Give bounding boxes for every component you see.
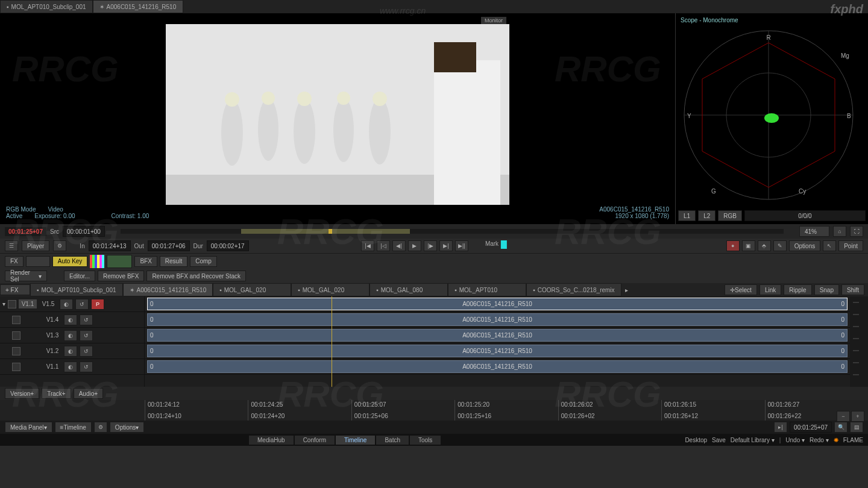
autokey-button[interactable]: Auto Key [52,256,88,267]
track[interactable]: 0A006C015_141216_R5100 [145,312,850,328]
track-header[interactable]: V1.4 ◐↺ [0,312,144,328]
playhead[interactable] [332,296,332,387]
fx-spacer[interactable] [26,256,50,267]
zoom-out-icon[interactable]: − [837,411,850,422]
home-icon[interactable]: ⌂ [833,226,846,237]
gear-icon[interactable]: ⚙ [53,240,66,251]
search-icon[interactable]: 🔍 [834,422,848,433]
dur-timecode[interactable]: 00:00:02+17 [207,240,249,251]
track[interactable]: 0A006C015_141216_R5100 [145,343,850,359]
track-checkbox[interactable] [12,331,20,340]
clip[interactable]: 0A006C015_141216_R5100 [147,345,848,357]
goto-end-icon[interactable]: ▶|| [455,240,468,251]
monitor-badge[interactable]: Monitor [481,17,506,24]
scope-l2-button[interactable]: L2 [698,210,715,221]
footer-timecode[interactable]: 00:01:25+07 [790,422,832,433]
track-header[interactable]: V1.2 ◐↺ [0,343,144,359]
desktop-label[interactable]: Desktop [685,437,707,443]
clip[interactable]: 0A006C015_141216_R5100 [147,360,848,373]
comp-button[interactable]: Comp [190,256,217,267]
timeline-tab[interactable]: ▪MOL_GAL_080 [370,283,448,296]
dropdown-icon[interactable]: ☰ [5,240,18,251]
gear-icon[interactable]: ⚙ [94,422,107,433]
ripple-button[interactable]: Ripple [784,284,811,295]
out-timecode[interactable]: 00:01:27+06 [148,240,190,251]
track-version[interactable]: V1.5 [39,299,57,308]
color-swatch[interactable] [90,255,104,268]
timeline-tab[interactable]: ▪MOL_APT010 [448,283,526,296]
mode-conform[interactable]: Conform [294,435,335,445]
point-icon[interactable]: ↖ [823,240,836,251]
zoom-dropdown[interactable]: 41% [799,226,829,237]
scope-rgb-button[interactable]: RGB [718,210,742,221]
source-tab-active[interactable]: ✶A006C015_141216_R510 [93,0,183,13]
track-p-icon[interactable]: P [91,299,104,310]
mark-indicator[interactable] [501,240,507,249]
step-fwd-icon[interactable]: |▶ [424,240,437,251]
track-checkbox[interactable] [8,300,16,308]
tool-icon-1[interactable]: ▣ [742,240,755,251]
track-button[interactable]: Track+ [42,388,71,399]
version-button[interactable]: Version+ [5,388,39,399]
timecode-current[interactable]: 00:01:25+07 [5,227,46,236]
audio-button[interactable]: Audio+ [74,388,103,399]
timeline-tab[interactable]: ▪MOL_GAL_020 [213,283,291,296]
tool-icon-3[interactable]: ✎ [773,240,787,251]
track-version[interactable]: V1.4 [43,315,61,324]
render-sel-dropdown[interactable]: Render Sel ▾ [5,271,47,281]
tracks-area[interactable]: 0A006C015_141216_R5100 0A006C015_141216_… [145,296,850,387]
timeline-ruler-vertical[interactable] [850,296,868,387]
track-checkbox[interactable] [12,347,20,355]
track-icon[interactable]: ↺ [80,314,93,325]
timeline-view-button[interactable]: ≡ Timeline [55,422,92,433]
track-icon[interactable]: ↺ [75,299,89,310]
track[interactable]: 0A006C015_141216_R5100 [145,328,850,343]
track-header[interactable]: ▾ V1.1 V1.5 ◐ ↺ P [0,296,144,312]
scrubber[interactable] [121,229,784,234]
prev-frame-icon[interactable]: |◁ [377,240,390,251]
mode-tools[interactable]: Tools [409,435,441,445]
track[interactable]: 0A006C015_141216_R5100 [145,296,850,312]
zoom-in-icon[interactable]: + [851,411,864,422]
media-panel-dropdown[interactable]: Media Panel ▾ [5,422,52,433]
track-header[interactable]: V1.3 ◐↺ [0,328,144,343]
mode-timeline[interactable]: Timeline [335,435,376,445]
options-dropdown[interactable]: Options ▾ [110,422,144,433]
scope-title[interactable]: Scope - Monochrome [678,16,866,25]
fx-button[interactable]: FX [5,256,24,267]
mode-batch[interactable]: Batch [376,435,409,445]
remove-recover-button[interactable]: Remove BFX and Recover Stack [146,271,246,281]
track[interactable]: 0A006C015_141216_R5100 [145,359,850,375]
track-icon[interactable]: ◐ [64,330,77,341]
player-button[interactable]: Player [22,240,49,251]
track-icon[interactable]: ↺ [80,330,93,341]
library-dropdown[interactable]: Default Library ▾ [731,437,775,443]
tool-icon-2[interactable]: ⬘ [758,240,771,251]
select-button[interactable]: ✛ Select [725,284,757,295]
track-checkbox[interactable] [12,363,20,371]
link-button[interactable]: Link [760,284,781,295]
scope-l1-button[interactable]: L1 [678,210,696,221]
track-version[interactable]: V1.2 [43,346,61,355]
clip[interactable]: 0A006C015_141216_R5100 [147,313,848,326]
in-timecode[interactable]: 00:01:24+13 [89,240,131,251]
timeline-ruler[interactable]: 00:01:24:1200:01:24+10 00:01:24:2500:01:… [0,400,868,421]
track-icon[interactable]: ◐ [64,314,77,325]
track-version[interactable]: V1.3 [43,331,61,340]
goto-start-icon[interactable]: |◀ [361,240,374,251]
collapse-icon[interactable]: ▾ [2,301,5,307]
shift-button[interactable]: Shift [841,284,864,295]
timeline-tab[interactable]: ▪MOL_APT010_Subclip_001 [30,283,123,296]
remove-bfx-button[interactable]: Remove BFX [98,271,144,281]
track-checkbox[interactable] [12,316,20,324]
plus-fx-button[interactable]: + FX [0,284,30,295]
track-icon[interactable]: ↺ [80,346,93,357]
track-header[interactable]: V1.1 ◐↺ [0,359,144,375]
snap-button[interactable]: Snap [814,284,839,295]
src-timecode[interactable]: 00:00:01+00 [63,226,105,237]
next-frame-icon[interactable]: ▶| [439,240,453,251]
mode-mediahub[interactable]: MediaHub [248,435,294,445]
point-button[interactable]: Point [838,240,863,251]
vectorscope[interactable]: R Mg B Cy G Y [678,25,866,210]
rev-icon[interactable]: ◀| [392,240,406,251]
